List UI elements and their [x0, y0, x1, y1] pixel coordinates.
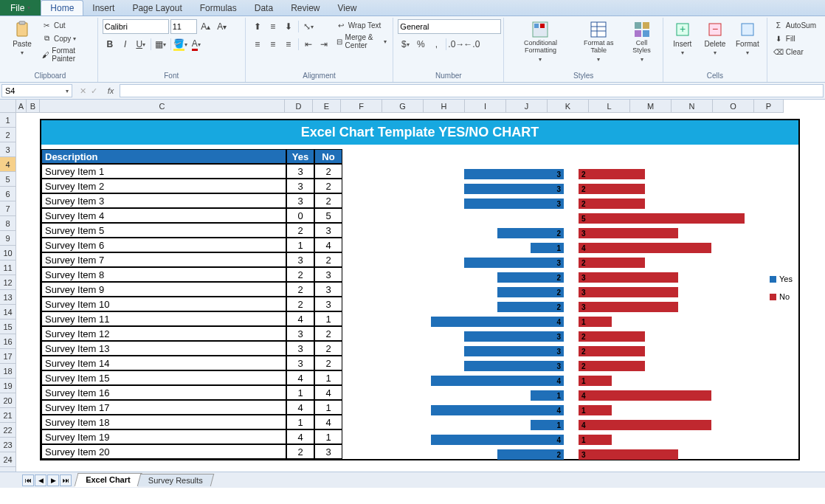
- cell-yes[interactable]: 3: [286, 252, 314, 267]
- align-right-button[interactable]: ≡: [281, 37, 296, 52]
- cell-no[interactable]: 3: [314, 297, 342, 311]
- cell-description[interactable]: Survey Item 1: [41, 164, 286, 179]
- cell-yes[interactable]: 2: [286, 267, 314, 282]
- cell-no[interactable]: 3: [314, 444, 342, 459]
- file-tab[interactable]: File ▾: [0, 0, 41, 15]
- row-head-7[interactable]: 7: [0, 201, 16, 216]
- cell-description[interactable]: Survey Item 13: [41, 341, 286, 356]
- sheet-nav-first[interactable]: ⏮: [22, 474, 34, 486]
- row-head-2[interactable]: 2: [0, 128, 16, 142]
- sheet-nav-last[interactable]: ⏭: [60, 474, 72, 486]
- cell-no[interactable]: 5: [314, 208, 342, 223]
- cell-yes[interactable]: 1: [286, 385, 314, 400]
- paste-button[interactable]: Paste▾: [7, 19, 37, 58]
- row-head-5[interactable]: 5: [0, 172, 16, 187]
- percent-button[interactable]: %: [413, 37, 428, 52]
- clear-button[interactable]: ⌫Clear: [772, 46, 818, 58]
- row-head-13[interactable]: 13: [0, 290, 16, 305]
- tab-data[interactable]: Data: [246, 0, 282, 15]
- row-head-11[interactable]: 11: [0, 260, 16, 275]
- border-button[interactable]: ▦▾: [153, 37, 168, 52]
- row-head-12[interactable]: 12: [0, 275, 16, 290]
- tab-insert[interactable]: Insert: [83, 0, 123, 15]
- cell-yes[interactable]: 2: [286, 223, 314, 238]
- row-head-14[interactable]: 14: [0, 305, 16, 320]
- cell-no[interactable]: 4: [314, 385, 342, 400]
- row-head-8[interactable]: 8: [0, 216, 16, 231]
- cell-yes[interactable]: 4: [286, 400, 314, 415]
- cell-yes[interactable]: 3: [286, 179, 314, 193]
- cell-description[interactable]: Survey Item 8: [41, 267, 286, 282]
- row-head-4[interactable]: 4: [0, 157, 16, 172]
- cell-yes[interactable]: 3: [286, 356, 314, 370]
- fx-icon[interactable]: fx: [103, 83, 118, 99]
- row-head-17[interactable]: 17: [0, 349, 16, 364]
- cell-yes[interactable]: 3: [286, 193, 314, 208]
- cell-yes[interactable]: 0: [286, 208, 314, 223]
- increase-font-button[interactable]: A▴: [199, 19, 213, 34]
- italic-button[interactable]: I: [118, 37, 133, 52]
- tab-review[interactable]: Review: [282, 0, 328, 15]
- insert-cells-button[interactable]: +Insert▾: [668, 19, 697, 58]
- cell-no[interactable]: 3: [314, 267, 342, 282]
- row-head-16[interactable]: 16: [0, 334, 16, 349]
- formula-bar[interactable]: [120, 84, 824, 97]
- font-name-select[interactable]: [103, 19, 169, 34]
- row-head-22[interactable]: 22: [0, 423, 16, 438]
- cell-description[interactable]: Survey Item 17: [41, 400, 286, 415]
- row-head-18[interactable]: 18: [0, 364, 16, 379]
- merge-center-button[interactable]: ⊟Merge & Center ▾: [334, 32, 389, 50]
- decrease-font-button[interactable]: A▾: [215, 19, 229, 34]
- cell-description[interactable]: Survey Item 14: [41, 356, 286, 370]
- col-head-I[interactable]: I: [465, 100, 506, 113]
- sheet-tab-survey-results[interactable]: Survey Results: [137, 474, 214, 486]
- wrap-text-button[interactable]: ↩Wrap Text: [334, 19, 389, 31]
- comma-button[interactable]: ,: [429, 37, 443, 52]
- font-size-select[interactable]: [170, 19, 197, 34]
- cell-no[interactable]: 2: [314, 356, 342, 370]
- fill-button[interactable]: ⬇Fill: [772, 32, 818, 44]
- col-head-A[interactable]: A: [16, 100, 27, 113]
- col-head-E[interactable]: E: [313, 100, 341, 113]
- row-head-19[interactable]: 19: [0, 379, 16, 393]
- decrease-indent-button[interactable]: ⇤: [301, 37, 316, 52]
- cell-description[interactable]: Survey Item 2: [41, 179, 286, 193]
- worksheet-grid[interactable]: ABCDEFGHIJKLMNOP 12345678910111213141516…: [0, 100, 825, 488]
- tab-home[interactable]: Home: [41, 0, 83, 15]
- row-head-3[interactable]: 3: [0, 142, 16, 157]
- col-head-P[interactable]: P: [754, 100, 784, 113]
- col-head-O[interactable]: O: [713, 100, 754, 113]
- col-head-K[interactable]: K: [548, 100, 589, 113]
- cell-no[interactable]: 3: [314, 223, 342, 238]
- cell-yes[interactable]: 2: [286, 297, 314, 311]
- cell-no[interactable]: 2: [314, 341, 342, 356]
- cell-no[interactable]: 1: [314, 400, 342, 415]
- row-head-20[interactable]: 20: [0, 393, 16, 408]
- row-head-24[interactable]: 24: [0, 452, 16, 467]
- tab-page-layout[interactable]: Page Layout: [123, 0, 190, 15]
- cell-description[interactable]: Survey Item 10: [41, 297, 286, 311]
- row-head-23[interactable]: 23: [0, 438, 16, 452]
- cell-description[interactable]: Survey Item 11: [41, 311, 286, 326]
- header-yes[interactable]: Yes: [286, 149, 314, 164]
- fill-color-button[interactable]: 🪣▾: [173, 37, 188, 52]
- autosum-button[interactable]: ΣAutoSum: [772, 19, 818, 31]
- cell-description[interactable]: Survey Item 7: [41, 252, 286, 267]
- row-head-10[interactable]: 10: [0, 246, 16, 260]
- bold-button[interactable]: B: [103, 37, 117, 52]
- cell-yes[interactable]: 1: [286, 238, 314, 252]
- align-bottom-button[interactable]: ⬇: [281, 19, 296, 34]
- row-head-6[interactable]: 6: [0, 187, 16, 201]
- cell-no[interactable]: 2: [314, 252, 342, 267]
- underline-button[interactable]: U▾: [134, 37, 148, 52]
- tab-formulas[interactable]: Formulas: [191, 0, 246, 15]
- cell-description[interactable]: Survey Item 12: [41, 326, 286, 341]
- cell-description[interactable]: Survey Item 19: [41, 429, 286, 444]
- cell-no[interactable]: 4: [314, 415, 342, 429]
- cell-description[interactable]: Survey Item 20: [41, 444, 286, 459]
- cell-yes[interactable]: 4: [286, 311, 314, 326]
- font-color-button[interactable]: A▾: [189, 37, 204, 52]
- select-all-corner[interactable]: [0, 100, 16, 113]
- col-head-L[interactable]: L: [589, 100, 630, 113]
- cell-description[interactable]: Survey Item 16: [41, 385, 286, 400]
